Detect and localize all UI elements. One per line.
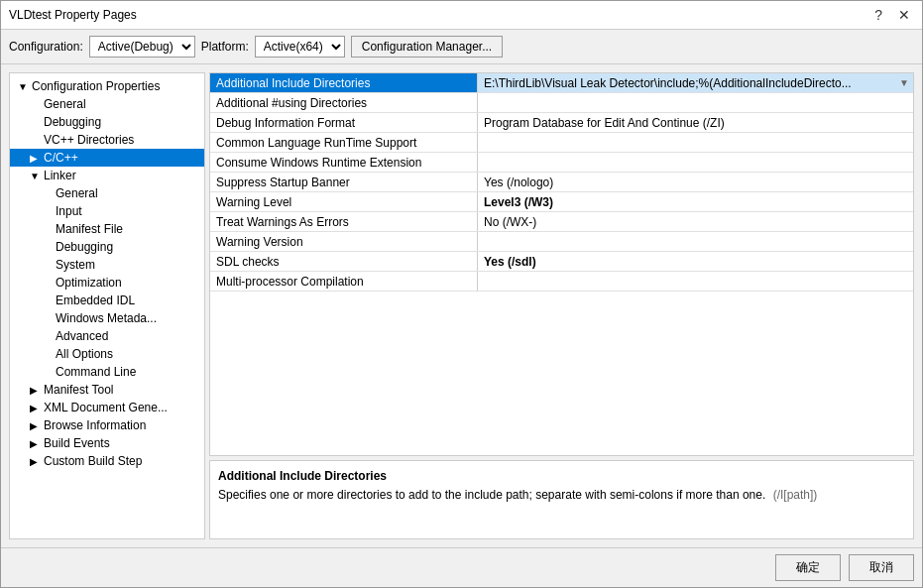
prop-row-debug-format[interactable]: Debug Information FormatProgram Database…: [210, 113, 913, 133]
tree-arrow-config-props: ▼: [18, 81, 30, 92]
tree-item-config-props[interactable]: ▼Configuration Properties: [10, 77, 204, 95]
prop-name-include-dirs: Additional Include Directories: [210, 73, 478, 92]
tree-arrow-xml-document: ▶: [30, 403, 42, 413]
tree-item-linker[interactable]: ▼Linker: [10, 167, 204, 184]
close-button[interactable]: ✕: [894, 7, 914, 23]
prop-row-clr-support[interactable]: Common Language RunTime Support: [210, 133, 913, 153]
prop-name-using-dirs: Additional #using Directories: [210, 93, 478, 112]
tree-label-general: General: [44, 97, 86, 111]
prop-name-warning-version: Warning Version: [210, 232, 478, 251]
tree-label-debugging: Debugging: [44, 115, 101, 129]
config-manager-button[interactable]: Configuration Manager...: [351, 36, 503, 58]
tree-item-linker-all-options[interactable]: All Options: [10, 345, 204, 363]
prop-row-warning-version[interactable]: Warning Version: [210, 232, 913, 252]
tree-item-linker-general[interactable]: General: [10, 184, 204, 202]
prop-name-debug-format: Debug Information Format: [210, 113, 478, 132]
tree-item-custom-build[interactable]: ▶Custom Build Step: [10, 452, 204, 470]
prop-name-treat-warnings: Treat Warnings As Errors: [210, 212, 478, 231]
tree-label-linker-optimization: Optimization: [56, 276, 122, 290]
help-button[interactable]: ?: [870, 7, 886, 23]
tree-label-linker-embedded-idl: Embedded IDL: [56, 294, 135, 307]
prop-value-debug-format: Program Database for Edit And Continue (…: [478, 113, 913, 132]
tree-arrow-custom-build: ▶: [30, 456, 42, 467]
prop-value-using-dirs: [478, 93, 913, 112]
prop-row-suppress-banner[interactable]: Suppress Startup BannerYes (/nologo): [210, 173, 913, 192]
tree-item-build-events[interactable]: ▶Build Events: [10, 434, 204, 452]
tree-label-linker-advanced: Advanced: [56, 329, 108, 343]
tree-label-browse-info: Browse Information: [44, 418, 146, 432]
prop-name-consume-winrt: Consume Windows Runtime Extension: [210, 153, 478, 172]
tree-item-linker-advanced[interactable]: Advanced: [10, 327, 204, 345]
prop-name-clr-support: Common Language RunTime Support: [210, 133, 478, 152]
prop-value-suppress-banner: Yes (/nologo): [478, 173, 913, 191]
tree-arrow-linker: ▼: [30, 171, 42, 181]
tree-item-vc-dirs[interactable]: VC++ Directories: [10, 131, 204, 149]
prop-name-suppress-banner: Suppress Startup Banner: [210, 173, 478, 191]
tree-label-linker-debugging: Debugging: [56, 240, 113, 254]
tree-label-custom-build: Custom Build Step: [44, 454, 142, 468]
ok-button[interactable]: 确定: [775, 554, 841, 581]
prop-value-consume-winrt: [478, 153, 913, 172]
tree-label-vc-dirs: VC++ Directories: [44, 133, 134, 147]
cancel-button[interactable]: 取消: [849, 554, 914, 581]
bottom-bar: 确定 取消: [1, 547, 922, 587]
prop-row-treat-warnings[interactable]: Treat Warnings As ErrorsNo (/WX-): [210, 212, 913, 232]
property-grid: Additional Include DirectoriesE:\ThirdLi…: [209, 72, 914, 456]
tree-label-linker-input: Input: [56, 204, 82, 218]
tree-item-cpp[interactable]: ▶C/C++: [10, 149, 204, 167]
tree-item-linker-win-meta[interactable]: Windows Metada...: [10, 309, 204, 327]
tree-label-linker-manifest: Manifest File: [56, 222, 123, 236]
platform-label: Platform:: [201, 40, 249, 54]
prop-value-warning-version: [478, 232, 913, 251]
tree-item-linker-optimization[interactable]: Optimization: [10, 274, 204, 292]
tree-panel: ▼Configuration PropertiesGeneralDebuggin…: [9, 72, 205, 539]
title-bar: VLDtest Property Pages ? ✕: [1, 1, 922, 30]
prop-row-include-dirs[interactable]: Additional Include DirectoriesE:\ThirdLi…: [210, 73, 913, 93]
prop-row-consume-winrt[interactable]: Consume Windows Runtime Extension: [210, 153, 913, 173]
prop-value-include-dirs: E:\ThirdLib\Visual Leak Detector\include…: [478, 73, 913, 92]
tree-label-linker-system: System: [56, 258, 95, 272]
prop-value-clr-support: [478, 133, 913, 152]
platform-select[interactable]: Active(x64): [255, 36, 345, 58]
tree-item-xml-document[interactable]: ▶XML Document Gene...: [10, 399, 204, 416]
tree-item-linker-system[interactable]: System: [10, 256, 204, 274]
tree-item-manifest-tool[interactable]: ▶Manifest Tool: [10, 381, 204, 399]
tree-label-build-events: Build Events: [44, 436, 110, 450]
tree-label-xml-document: XML Document Gene...: [44, 401, 168, 414]
prop-value-treat-warnings: No (/WX-): [478, 212, 913, 231]
tree-item-general[interactable]: General: [10, 95, 204, 113]
tree-item-debugging[interactable]: Debugging: [10, 113, 204, 131]
window-title: VLDtest Property Pages: [9, 8, 137, 22]
config-label: Configuration:: [9, 40, 83, 54]
main-window: VLDtest Property Pages ? ✕ Configuration…: [0, 0, 923, 588]
tree-item-linker-input[interactable]: Input: [10, 202, 204, 220]
title-controls: ? ✕: [870, 7, 914, 23]
prop-value-sdl-checks: Yes (/sdl): [478, 252, 913, 271]
tree-item-linker-embedded-idl[interactable]: Embedded IDL: [10, 292, 204, 309]
prop-value-warning-level: Level3 (/W3): [478, 192, 913, 211]
tree-label-manifest-tool: Manifest Tool: [44, 383, 113, 397]
config-select[interactable]: Active(Debug): [89, 36, 195, 58]
prop-name-mp-compilation: Multi-processor Compilation: [210, 272, 478, 291]
tree-label-cpp: C/C++: [44, 151, 78, 165]
info-title: Additional Include Directories: [218, 469, 905, 483]
tree-item-linker-manifest[interactable]: Manifest File: [10, 220, 204, 238]
tree-arrow-manifest-tool: ▶: [30, 385, 42, 396]
prop-row-warning-level[interactable]: Warning LevelLevel3 (/W3): [210, 192, 913, 212]
info-panel: Additional Include Directories Specifies…: [209, 460, 914, 539]
right-panel: Additional Include DirectoriesE:\ThirdLi…: [209, 72, 914, 539]
tree-arrow-cpp: ▶: [30, 153, 42, 164]
tree-label-linker-all-options: All Options: [56, 347, 113, 361]
toolbar: Configuration: Active(Debug) Platform: A…: [1, 30, 922, 64]
tree-label-linker-win-meta: Windows Metada...: [56, 311, 157, 325]
tree: ▼Configuration PropertiesGeneralDebuggin…: [10, 73, 204, 474]
tree-item-linker-command-line[interactable]: Command Line: [10, 363, 204, 381]
tree-arrow-build-events: ▶: [30, 438, 42, 449]
tree-item-linker-debugging[interactable]: Debugging: [10, 238, 204, 256]
prop-row-sdl-checks[interactable]: SDL checksYes (/sdl): [210, 252, 913, 272]
tree-item-browse-info[interactable]: ▶Browse Information: [10, 416, 204, 434]
prop-row-mp-compilation[interactable]: Multi-processor Compilation: [210, 272, 913, 292]
info-flag: (/I[path]): [773, 488, 818, 502]
tree-label-linker-command-line: Command Line: [56, 365, 136, 379]
prop-row-using-dirs[interactable]: Additional #using Directories: [210, 93, 913, 113]
